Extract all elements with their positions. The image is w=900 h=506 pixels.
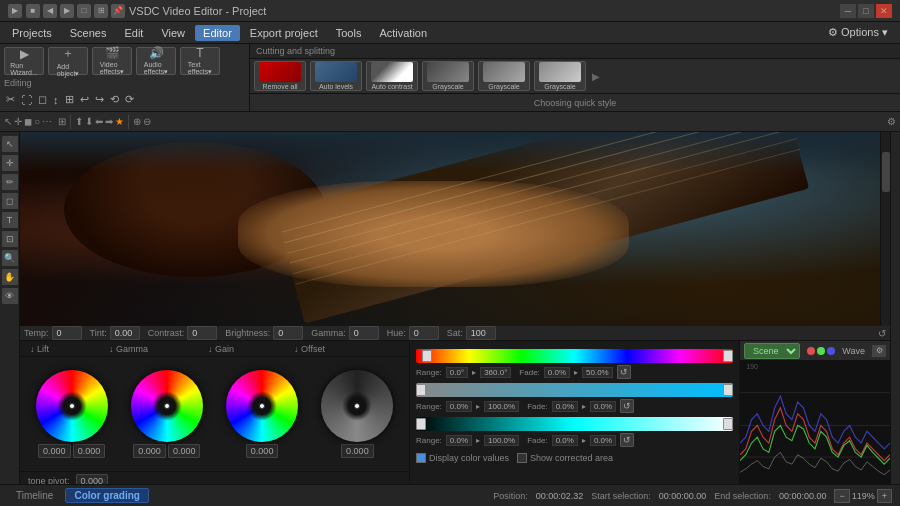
edit-icon-star[interactable]: ★ (115, 116, 124, 127)
grayscale-3-button[interactable]: Grayscale (534, 61, 586, 91)
hue-value[interactable]: 0 (409, 326, 439, 340)
edit-icon-2[interactable]: ✛ (14, 116, 22, 127)
zoom-out-button[interactable]: − (834, 489, 849, 503)
audio-effects-button[interactable]: 🔊 Audioeffects▾ (136, 47, 176, 75)
quick-icon-4[interactable]: □ (77, 4, 91, 18)
tone-pivot-value[interactable]: 0.000 (76, 474, 109, 484)
gain-val-1[interactable]: 0.000 (246, 444, 279, 458)
lum-bar[interactable] (416, 417, 733, 431)
temp-value[interactable]: 0 (52, 326, 82, 340)
contrast-value[interactable]: 0 (187, 326, 217, 340)
edit-icon-8[interactable]: ⬇ (85, 116, 93, 127)
auto-contrast-button[interactable]: Auto contrast (366, 61, 418, 91)
lum-range-from[interactable]: 0.0% (446, 435, 472, 446)
lum-range-to[interactable]: 100.0% (484, 435, 519, 446)
sub-icon-1[interactable]: ✂ (4, 92, 17, 107)
hue-handle-left[interactable] (422, 350, 432, 362)
add-object-button[interactable]: ＋ Addobject▾ (48, 47, 88, 75)
menu-tools[interactable]: Tools (328, 25, 370, 41)
hue-bar[interactable] (416, 349, 733, 363)
sub-icon-6[interactable]: ↩ (78, 92, 91, 107)
sub-icon-5[interactable]: ⊞ (63, 92, 76, 107)
tool-eye[interactable]: 👁 (2, 288, 18, 304)
maximize-button[interactable]: □ (858, 4, 874, 18)
quick-icon-1[interactable]: ■ (26, 4, 40, 18)
hue-range-from[interactable]: 0.0° (446, 367, 468, 378)
grayscale-2-button[interactable]: Grayscale (478, 61, 530, 91)
quick-icon-5[interactable]: ⊞ (94, 4, 108, 18)
hue-range-to[interactable]: 360.0° (480, 367, 511, 378)
sub-icon-8[interactable]: ⟲ (108, 92, 121, 107)
waveform-settings-button[interactable]: ⚙ (872, 345, 886, 357)
sat-fade-from[interactable]: 0.0% (552, 401, 578, 412)
remove-all-button[interactable]: Remove all (254, 61, 306, 91)
edit-icon-5[interactable]: ⋯ (42, 116, 52, 127)
sub-icon-4[interactable]: ↕ (51, 93, 61, 107)
ctrl-reset-icon[interactable]: ↺ (878, 328, 886, 339)
timeline-tab[interactable]: Timeline (8, 489, 61, 502)
gamma-wheel[interactable] (131, 370, 203, 442)
lum-reset-button[interactable]: ↺ (620, 433, 634, 447)
menu-editor[interactable]: Editor (195, 25, 240, 41)
lum-fade-to[interactable]: 0.0% (590, 435, 616, 446)
menu-projects[interactable]: Projects (4, 25, 60, 41)
lift-val-1[interactable]: 0.000 (38, 444, 71, 458)
g-dot[interactable] (817, 347, 825, 355)
menu-view[interactable]: View (153, 25, 193, 41)
sat-fade-to[interactable]: 0.0% (590, 401, 616, 412)
run-wizard-button[interactable]: ▶ RunWizard... (4, 47, 44, 75)
sat-range-from[interactable]: 0.0% (446, 401, 472, 412)
sub-icon-9[interactable]: ⟳ (123, 92, 136, 107)
tool-text[interactable]: T (2, 212, 18, 228)
edit-icon-10[interactable]: ➡ (105, 116, 113, 127)
edit-icon-6[interactable]: ⊞ (58, 116, 66, 127)
offset-wheel[interactable] (321, 370, 393, 442)
edit-icon-1[interactable]: ↖ (4, 116, 12, 127)
menu-activation[interactable]: Activation (371, 25, 435, 41)
close-button[interactable]: ✕ (876, 4, 892, 18)
lum-handle-right[interactable] (723, 418, 733, 430)
edit-icon-9[interactable]: ⬅ (95, 116, 103, 127)
sub-icon-7[interactable]: ↪ (93, 92, 106, 107)
menu-scenes[interactable]: Scenes (62, 25, 115, 41)
edit-icon-3[interactable]: ◼ (24, 116, 32, 127)
edit-icon-12[interactable]: ⊖ (143, 116, 151, 127)
edit-icon-4[interactable]: ○ (34, 116, 40, 127)
hue-handle-right[interactable] (723, 350, 733, 362)
edit-icon-7[interactable]: ⬆ (75, 116, 83, 127)
color-grading-tab[interactable]: Color grading (65, 488, 149, 503)
tool-crop[interactable]: ⊡ (2, 231, 18, 247)
tint-value[interactable]: 0.00 (110, 326, 140, 340)
sat-range-to[interactable]: 100.0% (484, 401, 519, 412)
lum-handle-left[interactable] (416, 418, 426, 430)
tool-select[interactable]: ↖ (2, 136, 18, 152)
sub-icon-2[interactable]: ⛶ (19, 93, 34, 107)
gamma-val-2[interactable]: 0.000 (168, 444, 201, 458)
hue-fade-to[interactable]: 50.0% (582, 367, 613, 378)
sat-reset-button[interactable]: ↺ (620, 399, 634, 413)
tool-draw[interactable]: ✏ (2, 174, 18, 190)
lift-wheel[interactable] (36, 370, 108, 442)
tool-shape[interactable]: ◻ (2, 193, 18, 209)
sat-bar[interactable] (416, 383, 733, 397)
grayscale-1-button[interactable]: Grayscale (422, 61, 474, 91)
quick-icon-2[interactable]: ◀ (43, 4, 57, 18)
lift-val-2[interactable]: 0.000 (73, 444, 106, 458)
sat-handle-right[interactable] (723, 384, 733, 396)
menu-options[interactable]: ⚙ Options ▾ (820, 24, 896, 41)
video-effects-button[interactable]: 🎬 Videoeffects▾ (92, 47, 132, 75)
b-dot[interactable] (827, 347, 835, 355)
effects-arrow-right[interactable]: ▶ (590, 71, 602, 82)
edit-icon-gear[interactable]: ⚙ (887, 116, 896, 127)
text-effects-button[interactable]: T Texteffects▾ (180, 47, 220, 75)
sat-handle-left[interactable] (416, 384, 426, 396)
quick-icon-pin[interactable]: 📌 (111, 4, 125, 18)
menu-edit[interactable]: Edit (116, 25, 151, 41)
zoom-in-button[interactable]: + (877, 489, 892, 503)
sub-icon-3[interactable]: ◻ (36, 92, 49, 107)
hue-fade-from[interactable]: 0.0% (544, 367, 570, 378)
hue-reset-button[interactable]: ↺ (617, 365, 631, 379)
tool-zoom[interactable]: 🔍 (2, 250, 18, 266)
display-values-checkbox[interactable] (416, 453, 426, 463)
brightness-value[interactable]: 0 (273, 326, 303, 340)
